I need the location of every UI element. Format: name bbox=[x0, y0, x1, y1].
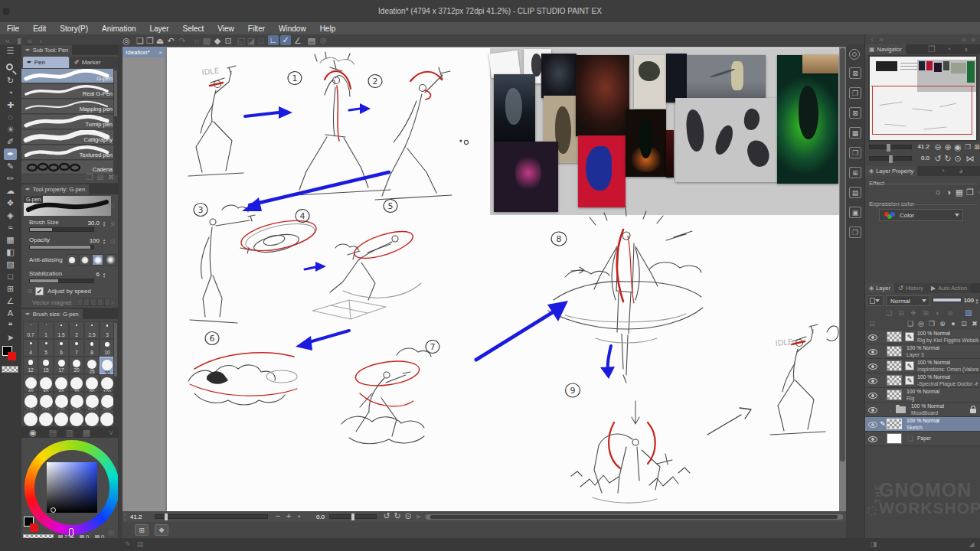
layer-mask-icon[interactable]: ⊟ bbox=[896, 308, 906, 318]
figure-tool-icon[interactable]: ▦ bbox=[4, 234, 17, 246]
material-panel-icon-3[interactable]: ⊠ bbox=[849, 107, 861, 119]
layer-thumbnail[interactable] bbox=[887, 346, 902, 357]
zoom-out-icon[interactable]: − bbox=[273, 511, 283, 521]
material-panel-icon-7[interactable]: ▤ bbox=[849, 187, 861, 198]
rpanel-right-icon[interactable]: » bbox=[968, 34, 978, 44]
menu-view[interactable]: View bbox=[211, 24, 241, 33]
reference-view-button[interactable]: ❖ bbox=[155, 524, 168, 536]
rpanel-expand-icon[interactable]: » bbox=[876, 34, 887, 44]
layer-row-layer3[interactable]: 100 % NormalLayer 3 bbox=[865, 344, 980, 359]
brush-size-cell[interactable]: 250 bbox=[84, 392, 100, 409]
nav-zoom-thumb[interactable] bbox=[887, 144, 890, 152]
blend-tool-icon[interactable]: ≈ bbox=[4, 222, 17, 233]
brush-size-cell[interactable]: 3 bbox=[100, 321, 115, 339]
brush-size-dynamics-icon[interactable]: ≶ bbox=[107, 219, 118, 229]
subtool-panel-tab[interactable]: ✒Sub Tool: Pen bbox=[21, 45, 72, 55]
operation-tool-icon[interactable]: ➤ bbox=[4, 332, 17, 344]
new-canvas-icon[interactable]: ❏ bbox=[135, 36, 145, 46]
status-rotation-slider[interactable] bbox=[329, 514, 377, 519]
tools-menu-icon[interactable]: ☰ bbox=[4, 45, 17, 57]
eyedropper-tool-icon[interactable]: ✐ bbox=[4, 136, 17, 148]
aa-middle-option[interactable] bbox=[92, 254, 103, 266]
menu-filter[interactable]: Filter bbox=[241, 24, 272, 33]
auto-action-tab[interactable]: ▶Auto Action bbox=[927, 283, 971, 293]
brush-size-cell[interactable]: 40 bbox=[23, 374, 38, 392]
nav-reset-rotation-icon[interactable]: ⊙ bbox=[952, 154, 963, 164]
folder-expand-icon[interactable]: › bbox=[885, 406, 896, 416]
layer-thumbnail[interactable] bbox=[887, 331, 902, 342]
nav-rotate-slider[interactable] bbox=[869, 156, 912, 161]
nav-rotate-thumb[interactable] bbox=[889, 155, 893, 163]
resize-grip-icon[interactable]: ◢ bbox=[966, 540, 977, 549]
menu-help[interactable]: Help bbox=[313, 24, 343, 33]
sub-color-swatch[interactable] bbox=[8, 352, 16, 360]
brush-size-cell[interactable]: 10 bbox=[100, 339, 115, 357]
aa-weak-option[interactable] bbox=[79, 254, 90, 266]
menu-layer[interactable]: Layer bbox=[143, 24, 176, 33]
opacity-value[interactable]: 100 bbox=[81, 237, 100, 244]
brush-tool-icon[interactable]: ✏ bbox=[4, 173, 17, 184]
airbrush-tool-icon[interactable]: ☁ bbox=[4, 185, 17, 197]
layer-thumbnail[interactable] bbox=[887, 375, 902, 386]
brush-size-cell[interactable] bbox=[38, 409, 54, 427]
color-mixing-tab-icon[interactable]: ▦ bbox=[81, 428, 92, 438]
layer-tab[interactable]: ◈Layer bbox=[865, 283, 894, 293]
new-vector-layer-icon[interactable]: ◎ bbox=[916, 319, 926, 329]
menu-edit[interactable]: Edit bbox=[26, 24, 53, 33]
page-icon[interactable]: ▤ bbox=[306, 36, 317, 46]
material-panel-icon-8[interactable]: ▣ bbox=[849, 207, 861, 218]
brush-size-cell[interactable]: 200 bbox=[69, 392, 84, 409]
status-zoom-slider-thumb[interactable] bbox=[165, 514, 168, 520]
rotate-left-icon[interactable]: ↺ bbox=[381, 511, 392, 521]
layer-visibility-icon[interactable] bbox=[868, 334, 877, 341]
brush-size-cell[interactable] bbox=[84, 409, 100, 427]
subtool-item-real-gpen[interactable]: Real G-Pen bbox=[21, 84, 115, 99]
crop2-icon[interactable]: ◪ bbox=[246, 36, 256, 46]
canvas-tab-close-icon[interactable]: × bbox=[158, 49, 162, 56]
fill-tool-icon[interactable]: ◧ bbox=[4, 246, 17, 258]
snap-shape-icon[interactable]: ◆ bbox=[212, 36, 223, 46]
color-panel-caret-icon[interactable]: ˅ bbox=[106, 428, 116, 438]
layer-draft-icon[interactable]: ▨ bbox=[963, 308, 974, 318]
item-bank-tab-icon[interactable]: ◔ bbox=[943, 44, 954, 54]
saturation-value-square[interactable] bbox=[47, 462, 97, 513]
layer-lock-icon[interactable]: ⊞ bbox=[920, 308, 931, 318]
rotate-right-icon[interactable]: ↻ bbox=[392, 511, 403, 521]
brush-size-cell[interactable] bbox=[100, 409, 115, 427]
brush-size-scrollbar[interactable] bbox=[113, 321, 118, 427]
ruler-tool-icon[interactable]: ∠ bbox=[4, 295, 17, 307]
canvas-vscrollbar-thumb[interactable] bbox=[840, 48, 845, 461]
nav-zoom-out-icon[interactable]: ⊖ bbox=[933, 142, 943, 152]
layer-row-moodboard[interactable]: › 100 % NormalMoodBoard bbox=[865, 403, 980, 417]
stabilization-slider[interactable] bbox=[29, 279, 94, 283]
layer-visibility-icon[interactable] bbox=[868, 364, 877, 370]
pen-tool-icon[interactable]: ✒ bbox=[4, 148, 17, 160]
layer-row-rig-kiel[interactable]: ✎ 100 % NormalRig by Kiel Figgins Websit… bbox=[865, 330, 980, 344]
menu-window[interactable]: Window bbox=[272, 24, 313, 33]
adjust-by-speed-checkbox[interactable]: ✔ bbox=[35, 287, 44, 295]
statusbar-panel-icon[interactable]: ◨ bbox=[868, 540, 879, 549]
snap-ruler-icon[interactable]: ∟ bbox=[268, 35, 279, 45]
nav-zoom-in-icon[interactable]: ⊕ bbox=[942, 142, 953, 152]
brush-size-cell[interactable] bbox=[54, 409, 69, 427]
canvas-vscrollbar[interactable] bbox=[839, 47, 846, 511]
gradient-tool-icon[interactable]: ▨ bbox=[4, 259, 17, 270]
brush-size-cell[interactable]: 120 bbox=[23, 392, 38, 409]
tool-property-tab[interactable]: ✒Tool property: G-pen bbox=[21, 184, 89, 194]
text-tool-icon[interactable]: A bbox=[4, 308, 17, 319]
brush-size-cell[interactable]: 1 bbox=[38, 321, 54, 339]
nav-zoom-slider[interactable] bbox=[869, 145, 912, 149]
stabilization-value[interactable]: 6 bbox=[84, 271, 100, 278]
new-folder-icon[interactable]: ❐ bbox=[926, 319, 937, 329]
status-rotation-value[interactable]: 0.0 bbox=[306, 514, 325, 520]
layer-property-tab[interactable]: ◈Layer Property bbox=[865, 166, 917, 176]
canvas-paper[interactable]: 1 2 3 4 5 6 7 8 9 IDLE IDLE bbox=[167, 47, 839, 511]
all-sides-view-button[interactable]: ⊞ bbox=[135, 524, 149, 536]
aa-none-option[interactable] bbox=[66, 254, 77, 266]
object-tool-icon[interactable]: ◔ bbox=[4, 87, 17, 99]
material-panel-icon-6[interactable]: ⊞ bbox=[849, 167, 861, 178]
brush-size-cell[interactable]: 1.5 bbox=[54, 321, 69, 339]
effect-extract-icon[interactable]: ▦ bbox=[954, 187, 965, 197]
menu-animation[interactable]: Animation bbox=[95, 24, 142, 33]
layer-opacity-spinner[interactable]: ▴▾ bbox=[974, 298, 980, 304]
